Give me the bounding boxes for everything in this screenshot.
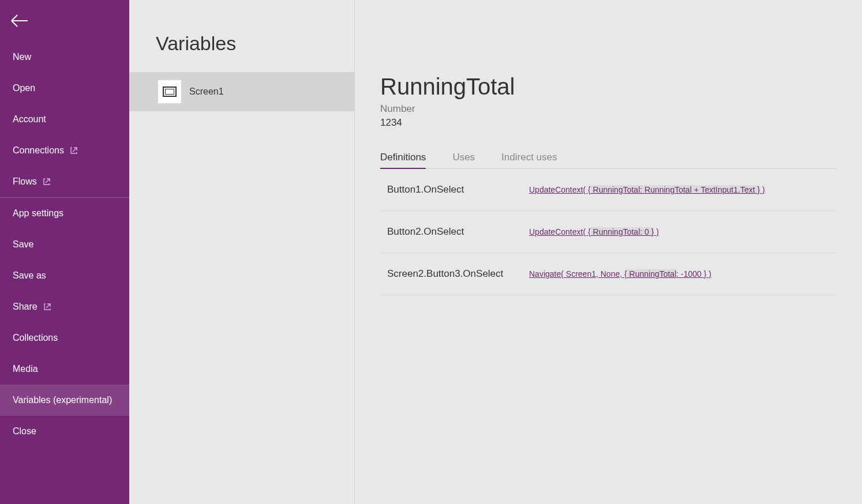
sidebar-item-label: Variables (experimental) — [13, 395, 112, 405]
definition-row: Screen2.Button3.OnSelectNavigate( Screen… — [380, 253, 837, 295]
sidebar-item-label: Media — [13, 364, 38, 374]
variable-detail-pane: RunningTotal Number 1234 DefinitionsUses… — [355, 0, 862, 504]
variable-name: RunningTotal — [380, 0, 837, 100]
back-arrow-icon — [10, 20, 29, 29]
mid-column-title: Variables — [129, 0, 354, 72]
variable-value: 1234 — [380, 117, 837, 129]
definition-source: Button2.OnSelect — [387, 226, 529, 238]
sidebar-item-label: Open — [13, 83, 35, 93]
back-button[interactable] — [0, 0, 129, 42]
sidebar-item-label: Save as — [13, 270, 46, 281]
file-menu-sidebar: NewOpenAccountConnectionsFlowsApp settin… — [0, 0, 129, 504]
external-link-icon — [70, 146, 78, 155]
definition-row: Button2.OnSelectUpdateContext( { Running… — [380, 211, 837, 253]
sidebar-item-label: Save — [13, 239, 33, 250]
variables-screen-list: Variables Screen1 — [129, 0, 355, 504]
sidebar-item-connections[interactable]: Connections — [0, 135, 129, 166]
tab-indirect-uses[interactable]: Indirect uses — [501, 152, 557, 168]
sidebar-item-collections[interactable]: Collections — [0, 322, 129, 353]
sidebar-item-open[interactable]: Open — [0, 73, 129, 104]
sidebar-item-variables-experimental-[interactable]: Variables (experimental) — [0, 385, 129, 416]
tab-definitions[interactable]: Definitions — [380, 152, 426, 169]
external-link-icon — [43, 178, 51, 186]
definition-formula-link[interactable]: UpdateContext( { RunningTotal: 0 } ) — [529, 227, 659, 236]
sidebar-item-account[interactable]: Account — [0, 104, 129, 135]
sidebar-item-label: Share — [13, 302, 38, 312]
variable-type: Number — [380, 103, 837, 115]
screen-list-item[interactable]: Screen1 — [129, 72, 354, 111]
definitions-list: Button1.OnSelectUpdateContext( { Running… — [380, 169, 837, 295]
sidebar-item-save[interactable]: Save — [0, 229, 129, 260]
definition-source: Button1.OnSelect — [387, 184, 529, 195]
sidebar-item-close[interactable]: Close — [0, 416, 129, 447]
external-link-icon — [43, 303, 51, 311]
definition-formula-link[interactable]: Navigate( Screen1, None, { RunningTotal:… — [529, 269, 711, 279]
screen-label: Screen1 — [189, 86, 224, 97]
sidebar-item-save-as[interactable]: Save as — [0, 260, 129, 291]
tab-uses[interactable]: Uses — [452, 152, 475, 168]
sidebar-item-media[interactable]: Media — [0, 353, 129, 385]
variable-tabs: DefinitionsUsesIndirect uses — [380, 152, 837, 169]
sidebar-item-label: Flows — [13, 176, 37, 187]
sidebar-item-app-settings[interactable]: App settings — [0, 198, 129, 229]
sidebar-item-label: Connections — [13, 145, 64, 156]
sidebar-item-label: App settings — [13, 208, 63, 219]
sidebar-item-label: Collections — [13, 333, 58, 343]
sidebar-item-new[interactable]: New — [0, 42, 129, 73]
sidebar-item-label: Account — [13, 114, 46, 125]
sidebar-item-flows[interactable]: Flows — [0, 166, 129, 197]
definition-formula-link[interactable]: UpdateContext( { RunningTotal: RunningTo… — [529, 185, 765, 194]
sidebar-item-label: Close — [13, 426, 36, 437]
sidebar-item-label: New — [13, 52, 31, 62]
definition-source: Screen2.Button3.OnSelect — [387, 268, 529, 280]
definition-row: Button1.OnSelectUpdateContext( { Running… — [380, 169, 837, 211]
sidebar-item-share[interactable]: Share — [0, 291, 129, 322]
screen-icon — [158, 80, 181, 103]
